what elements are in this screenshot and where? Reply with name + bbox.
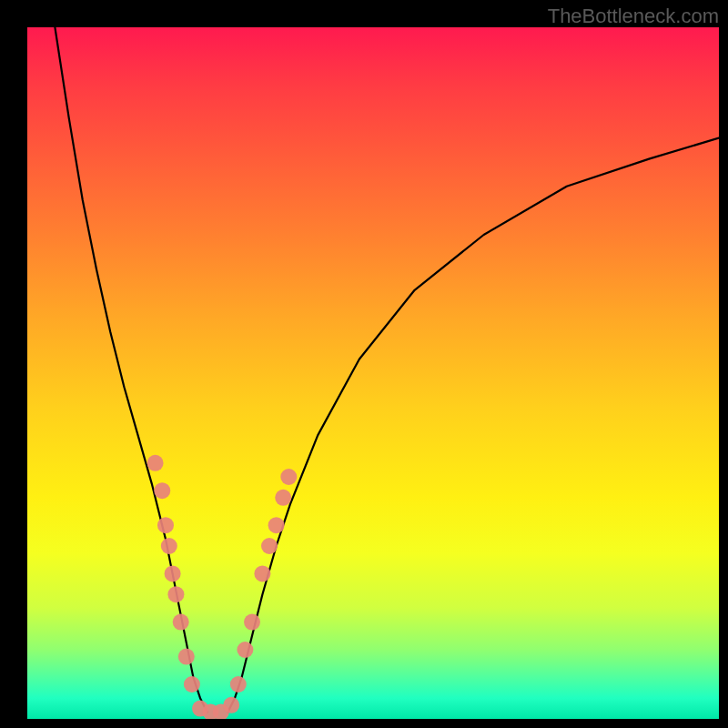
svg-point-15 xyxy=(244,614,260,631)
svg-point-4 xyxy=(165,565,181,581)
svg-point-0 xyxy=(147,455,164,471)
svg-point-3 xyxy=(161,538,177,554)
svg-point-5 xyxy=(167,586,184,602)
watermark-text: TheBottleneck.com xyxy=(548,5,719,28)
svg-point-16 xyxy=(254,565,270,581)
chart-svg xyxy=(27,27,719,719)
svg-point-14 xyxy=(237,642,253,658)
svg-point-18 xyxy=(268,517,285,533)
chart-curves xyxy=(55,27,719,712)
svg-point-17 xyxy=(261,538,278,554)
svg-point-7 xyxy=(178,649,195,665)
svg-point-20 xyxy=(280,469,297,485)
chart-plot-area xyxy=(27,27,719,719)
svg-point-6 xyxy=(173,614,189,631)
svg-point-2 xyxy=(157,517,174,533)
chart-markers xyxy=(147,455,298,719)
svg-point-8 xyxy=(184,676,200,693)
svg-point-19 xyxy=(275,490,291,506)
svg-point-13 xyxy=(230,676,247,693)
svg-point-12 xyxy=(223,697,239,713)
svg-point-1 xyxy=(154,482,170,499)
